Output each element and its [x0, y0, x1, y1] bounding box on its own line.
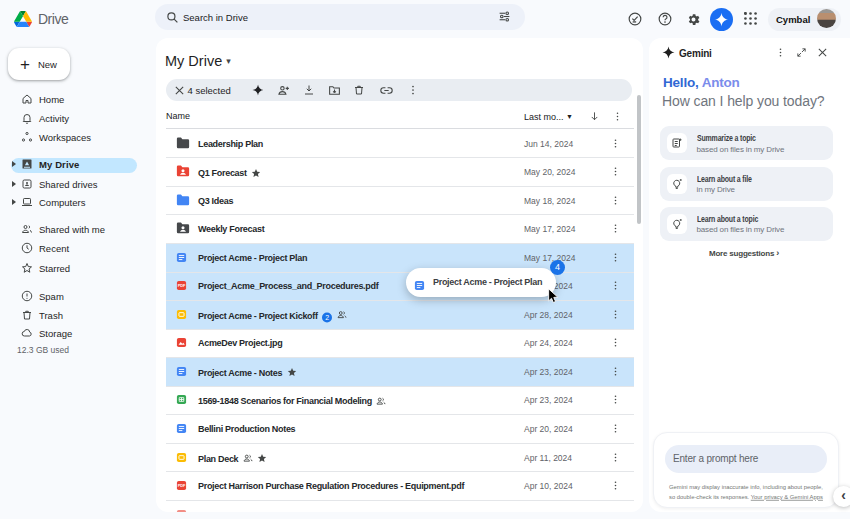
svg-text:PDF: PDF [178, 483, 186, 488]
svg-text:PDF: PDF [178, 283, 186, 288]
